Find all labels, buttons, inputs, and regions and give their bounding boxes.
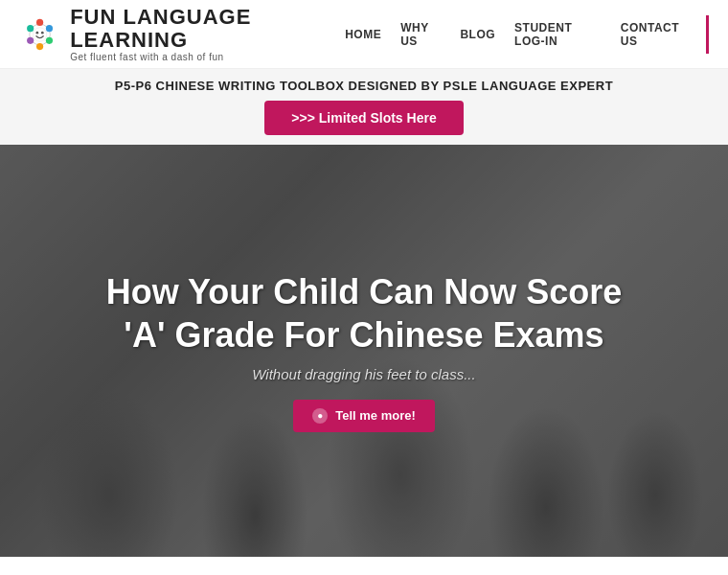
site-header: FUN LANGUAGE LEARNING Get fluent fast wi…	[0, 0, 728, 69]
nav-student-login[interactable]: STUDENT LOG-IN	[514, 21, 602, 48]
svg-point-6	[27, 25, 34, 32]
logo: FUN LANGUAGE LEARNING Get fluent fast wi…	[19, 6, 345, 62]
nav-blog[interactable]: BLOG	[460, 28, 495, 41]
svg-point-8	[36, 31, 39, 34]
svg-point-2	[46, 25, 53, 32]
svg-point-4	[36, 42, 43, 49]
logo-text: FUN LANGUAGE LEARNING Get fluent fast wi…	[70, 6, 345, 62]
limited-slots-button[interactable]: >>> Limited Slots Here	[264, 101, 463, 135]
main-nav: HOME WHY US BLOG STUDENT LOG-IN CONTACT …	[345, 15, 709, 54]
nav-home[interactable]: HOME	[345, 28, 381, 41]
announcement-bar: P5-P6 CHINESE WRITING TOOLBOX DESIGNED B…	[0, 69, 728, 145]
svg-point-5	[27, 36, 34, 43]
hero-cta-label: Tell me more!	[335, 408, 416, 423]
nav-why-us[interactable]: WHY US	[400, 21, 441, 48]
nav-divider	[706, 15, 709, 54]
nav-contact-us[interactable]: CONTACT US	[621, 21, 687, 48]
hero-subtext: Without dragging his feet to class...	[252, 366, 475, 382]
logo-subtitle: Get fluent fast with a dash of fun	[70, 52, 345, 62]
svg-point-7	[33, 27, 46, 40]
hero-cta-button[interactable]: ● Tell me more!	[293, 400, 435, 432]
svg-point-3	[46, 36, 53, 43]
hero-section: How Your Child Can Now Score 'A' Grade F…	[0, 145, 728, 557]
svg-point-1	[36, 18, 43, 25]
hero-content: How Your Child Can Now Score 'A' Grade F…	[0, 145, 728, 557]
hero-cta-icon: ●	[312, 408, 328, 424]
logo-icon	[19, 12, 60, 58]
hero-heading: How Your Child Can Now Score 'A' Grade F…	[86, 270, 642, 356]
svg-point-9	[41, 31, 44, 34]
announcement-text: P5-P6 CHINESE WRITING TOOLBOX DESIGNED B…	[19, 79, 709, 93]
logo-title: FUN LANGUAGE LEARNING	[70, 6, 345, 52]
